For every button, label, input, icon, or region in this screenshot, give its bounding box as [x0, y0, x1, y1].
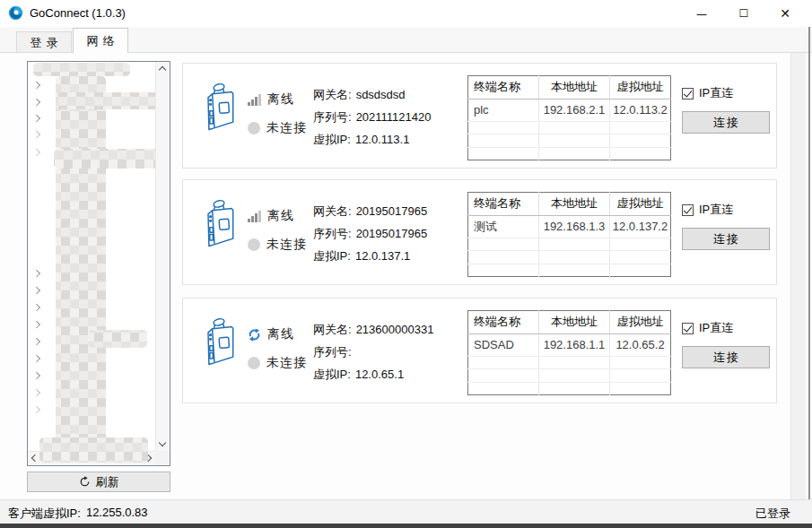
terminal-table: 终端名称 本地地址 虚拟地址 plc 192.168.2.1 12.0.113.… — [467, 75, 671, 160]
connection-label: 未连接 — [266, 120, 307, 136]
tree-expand-icon[interactable] — [33, 338, 40, 345]
virtual-ip-value: 12.0.113.1 — [355, 133, 409, 146]
tab-login[interactable]: 登录 — [16, 31, 72, 53]
card-actions: IP直连 连接 — [682, 320, 772, 368]
gateway-device-icon — [197, 80, 240, 135]
minimize-button[interactable]: ─ — [681, 0, 722, 27]
scroll-up-icon[interactable] — [159, 66, 166, 74]
virtual-ip-label: 虚拟IP: — [313, 132, 351, 148]
tree-vertical-scrollbar[interactable] — [155, 62, 170, 451]
gateway-info: 网关名:213600000331 序列号: 虚拟IP:12.0.65.1 — [313, 318, 466, 385]
tree-expand-icon[interactable] — [33, 406, 40, 413]
table-row[interactable]: SDSAD 192.168.1.1 12.0.65.2 — [468, 333, 671, 356]
table-row-empty — [468, 264, 671, 277]
terminal-local-address: 192.168.2.1 — [539, 99, 610, 121]
virtual-ip-value: 12.0.137.1 — [355, 249, 410, 263]
tree-expand-icon[interactable] — [33, 287, 40, 294]
signal-bars-icon — [248, 94, 261, 106]
main-vertical-scrollbar[interactable] — [790, 53, 806, 499]
col-terminal-name: 终端名称 — [468, 76, 539, 100]
table-row-empty — [468, 251, 671, 264]
scroll-left-icon[interactable] — [31, 454, 39, 462]
connection-dot-icon — [248, 238, 260, 251]
signal-bars-icon — [248, 211, 261, 222]
refresh-label: 刷新 — [96, 474, 119, 490]
terminal-virtual-address: 12.0.65.2 — [610, 333, 671, 356]
terminal-table: 终端名称 本地地址 虚拟地址 测试 192.168.1.3 12.0.137.2 — [467, 192, 671, 277]
connection-dot-icon — [248, 122, 260, 134]
serial-value: 20195017965 — [356, 227, 428, 240]
terminal-table: 终端名称 本地地址 虚拟地址 SDSAD 192.168.1.1 12.0.65… — [467, 310, 671, 395]
gateway-tree-panel[interactable] — [27, 61, 170, 466]
table-header-row: 终端名称 本地地址 虚拟地址 — [468, 193, 671, 216]
refresh-icon — [79, 476, 91, 488]
redacted-content — [88, 330, 147, 348]
gateway-name-label: 网关名: — [313, 87, 352, 103]
tree-expand-icon[interactable] — [33, 304, 40, 311]
tab-network[interactable]: 网络 — [73, 28, 128, 53]
redacted-content — [33, 63, 130, 76]
ip-direct-checkbox[interactable]: IP直连 — [682, 85, 772, 101]
table-row-empty — [468, 121, 671, 134]
ip-direct-checkbox[interactable]: IP直连 — [682, 202, 772, 218]
col-virtual-address: 虚拟地址 — [610, 193, 671, 216]
tree-expand-icon[interactable] — [33, 149, 40, 156]
checkbox-check-icon — [682, 88, 694, 100]
terminal-virtual-address: 12.0.137.2 — [610, 215, 671, 238]
virtual-ip-label: 虚拟IP: — [313, 248, 351, 264]
table-header-row: 终端名称 本地地址 虚拟地址 — [468, 76, 671, 100]
tree-expand-icon[interactable] — [33, 82, 40, 89]
tree-expand-icon[interactable] — [33, 321, 40, 328]
maximize-button[interactable]: ☐ — [723, 0, 764, 27]
tree-expand-icon[interactable] — [33, 270, 40, 277]
table-row-empty — [468, 238, 671, 250]
gateway-card: 离线 未连接 网关名:213600000331 序列号: 虚拟IP:12.0.6… — [182, 298, 777, 403]
tree-expand-icon[interactable] — [33, 389, 40, 396]
serial-label: 序列号: — [313, 226, 352, 242]
table-row-empty — [468, 356, 671, 368]
tree-expand-icon[interactable] — [33, 372, 40, 379]
gateway-card: 离线 未连接 网关名:sdsdsdsd 序列号:202111121420 虚拟I… — [182, 63, 777, 169]
table-row[interactable]: plc 192.168.2.1 12.0.113.2 — [468, 99, 671, 121]
redacted-content — [56, 92, 165, 109]
connection-dot-icon — [248, 357, 260, 369]
refresh-button[interactable]: 刷新 — [27, 472, 170, 492]
connection-label: 未连接 — [266, 237, 307, 253]
redacted-content — [54, 149, 165, 169]
table-row[interactable]: 测试 192.168.1.3 12.0.137.2 — [468, 215, 671, 238]
tree-expand-icon[interactable] — [33, 131, 40, 138]
tree-expand-icon[interactable] — [33, 99, 40, 106]
col-virtual-address: 虚拟地址 — [610, 311, 671, 334]
table-row-empty — [468, 147, 671, 160]
scroll-down-icon[interactable] — [159, 439, 166, 446]
login-status: 已登录 — [755, 506, 790, 522]
gateway-name-value: 20195017965 — [356, 204, 428, 218]
app-window: GoConnect (1.0.3) ─ ☐ ✕ 登录 网络 — [0, 0, 812, 528]
ip-direct-checkbox[interactable]: IP直连 — [682, 320, 772, 336]
serial-label: 序列号: — [313, 109, 352, 126]
connect-button[interactable]: 连接 — [682, 346, 770, 368]
checkbox-check-icon — [682, 204, 694, 216]
checkbox-check-icon — [682, 323, 694, 334]
window-bottom-border — [0, 524, 812, 528]
window-title: GoConnect (1.0.3) — [30, 6, 126, 20]
redacted-content — [56, 76, 106, 454]
card-actions: IP直连 连接 — [682, 85, 772, 134]
tree-expand-icon[interactable] — [33, 355, 40, 362]
col-local-address: 本地地址 — [539, 193, 610, 216]
close-button[interactable]: ✕ — [764, 0, 806, 27]
terminal-name: SDSAD — [468, 333, 539, 356]
redacted-content — [39, 437, 148, 463]
status-label: 离线 — [267, 208, 294, 224]
gateway-device-icon — [197, 315, 240, 370]
window-right-border — [808, 27, 810, 524]
gateway-device-icon — [197, 196, 240, 252]
connect-button[interactable]: 连接 — [682, 111, 770, 134]
connect-button[interactable]: 连接 — [682, 228, 770, 250]
status-bar: 客户端虚拟IP: 12.255.0.83 已登录 — [0, 499, 812, 524]
sync-icon — [248, 328, 261, 342]
scrollbar-corner — [155, 451, 170, 465]
tree-expand-icon[interactable] — [33, 115, 40, 122]
ip-direct-label: IP直连 — [699, 202, 733, 218]
col-local-address: 本地地址 — [539, 311, 610, 334]
